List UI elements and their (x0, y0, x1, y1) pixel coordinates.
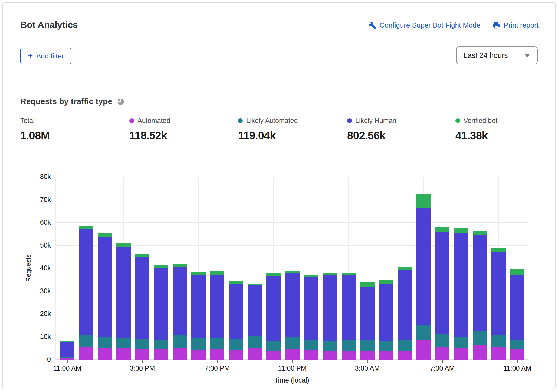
bar-segment-likely-automated (173, 335, 187, 348)
bar-segment-verified-bot (266, 273, 281, 276)
bar-segment-likely-human (360, 287, 375, 340)
x-tick-label: 7:00 PM (196, 364, 239, 372)
bar-segment-automated (491, 347, 506, 360)
bar-segment-likely-human (248, 285, 262, 336)
bar-column (79, 226, 93, 360)
bar-segment-likely-human (229, 284, 243, 339)
bar-segment-verified-bot (116, 243, 131, 247)
bar-segment-likely-automated (398, 340, 412, 351)
bar-column (229, 281, 243, 360)
bar-column (98, 233, 112, 360)
bar-segment-automated (379, 351, 393, 360)
bar-segment-verified-bot (154, 265, 168, 268)
bar-segment-verified-bot (473, 231, 487, 235)
bar-column (248, 284, 262, 360)
bar-segment-verified-bot (398, 267, 412, 270)
bar-segment-likely-human (379, 284, 393, 342)
bar-segment-likely-human (285, 273, 300, 337)
bar-segment-likely-human (491, 252, 506, 335)
bar-column (285, 271, 300, 360)
bar-column (323, 273, 337, 360)
bar-segment-verified-bot (323, 273, 337, 275)
bar-segment-likely-human (191, 275, 206, 338)
y-tick-label: 50k (0, 241, 51, 249)
bar-segment-likely-automated (210, 338, 224, 349)
bar-segment-automated (116, 348, 131, 360)
bar-segment-automated (454, 348, 468, 360)
bar-segment-automated (398, 351, 412, 360)
x-tick-mark (67, 360, 68, 363)
y-tick-label: 0 (0, 356, 51, 363)
bar-column (435, 227, 449, 360)
y-tick-label: 10k (0, 333, 51, 341)
y-tick-label: 80k (0, 173, 51, 181)
bar-segment-automated (135, 349, 149, 360)
bar-segment-likely-automated (510, 340, 524, 349)
x-tick-label: 3:00 PM (121, 364, 164, 372)
bar-segment-likely-human (304, 277, 318, 340)
bar-segment-likely-automated (342, 340, 356, 351)
gridline-h (55, 177, 528, 177)
bar-segment-verified-bot (510, 269, 524, 275)
bar-segment-likely-automated (248, 336, 262, 348)
bar-segment-likely-human (60, 342, 74, 357)
x-tick-mark (517, 360, 518, 363)
y-tick-label: 30k (0, 287, 51, 295)
bar-segment-automated (473, 345, 487, 360)
bar-segment-automated (173, 348, 187, 360)
bar-segment-likely-automated (116, 338, 131, 349)
gridline-v (528, 177, 528, 360)
bar-segment-verified-bot (491, 248, 506, 252)
bar-segment-likely-automated (491, 335, 506, 347)
bar-segment-likely-human (79, 229, 93, 335)
bar-segment-verified-bot (454, 228, 468, 233)
bar-segment-verified-bot (342, 273, 356, 275)
bar-segment-likely-human (266, 276, 281, 341)
bar-segment-automated (191, 350, 206, 360)
bar-segment-verified-bot (229, 281, 243, 284)
bar-segment-verified-bot (360, 282, 375, 287)
bar-column (473, 231, 487, 360)
y-tick-label: 70k (0, 196, 51, 204)
y-tick-label: 60k (0, 218, 51, 226)
bar-segment-automated (435, 347, 449, 360)
bar-segment-likely-human (323, 275, 337, 341)
bar-segment-automated (210, 349, 224, 360)
bar-segment-automated (98, 348, 112, 360)
bar-segment-automated (510, 349, 524, 360)
bar-segment-likely-human (98, 237, 112, 337)
x-tick-mark (442, 360, 443, 363)
bar-segment-automated (154, 349, 168, 360)
bar-segment-likely-human (398, 270, 412, 340)
bar-column (210, 271, 224, 360)
bar-segment-likely-automated (191, 338, 206, 350)
bar-segment-likely-human (435, 232, 449, 334)
requests-chart: Requests Time (local) 010k20k30k40k50k60… (0, 0, 558, 392)
bar-segment-automated (79, 347, 93, 360)
bar-segment-verified-bot (98, 233, 112, 237)
bar-column (304, 275, 318, 360)
bar-column (135, 254, 149, 360)
bar-column (173, 264, 187, 360)
bar-segment-verified-bot (379, 280, 393, 284)
x-tick-label: 11:00 AM (496, 364, 539, 372)
bar-segment-likely-automated (154, 340, 168, 349)
bar-segment-likely-automated (454, 337, 468, 349)
x-tick-label: 11:00 PM (271, 364, 314, 372)
bar-column (491, 248, 506, 360)
gridline-h (55, 200, 528, 200)
bar-segment-automated (323, 351, 337, 360)
bar-segment-likely-human (510, 275, 524, 339)
bar-segment-likely-automated (60, 357, 74, 358)
bar-segment-verified-bot (60, 341, 74, 342)
bar-segment-verified-bot (210, 271, 224, 275)
gridline-v (55, 177, 56, 360)
y-tick-label: 20k (0, 310, 51, 318)
bar-column (116, 243, 131, 360)
bar-segment-automated (266, 351, 281, 360)
y-tick-label: 40k (0, 264, 51, 272)
x-tick-label: 11:00 AM (46, 364, 89, 372)
bar-segment-likely-human (342, 275, 356, 340)
bar-segment-automated (304, 350, 318, 360)
bar-segment-verified-bot (304, 275, 318, 277)
